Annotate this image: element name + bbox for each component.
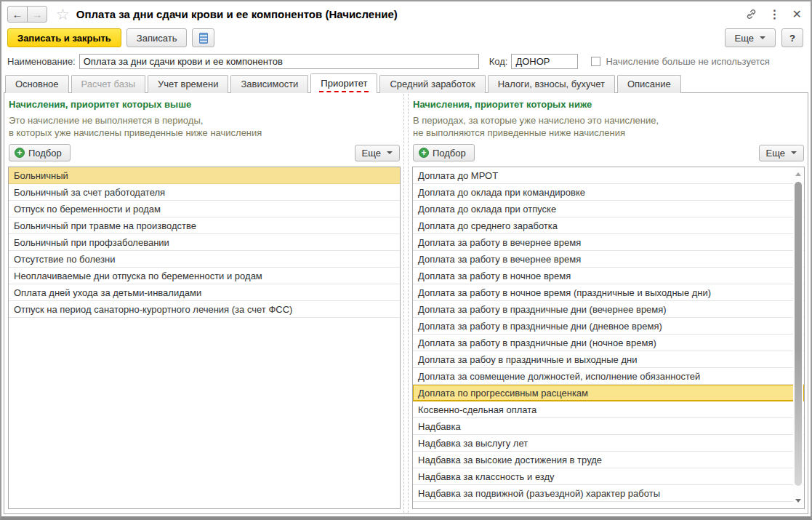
scroll-down-icon[interactable] [795, 499, 801, 503]
vertical-scrollbar[interactable] [793, 168, 803, 508]
list-more-button[interactable]: Еще [355, 145, 400, 161]
list-item[interactable]: Доплата за работу в праздничные дни (дне… [413, 318, 804, 335]
tab-time-tracking[interactable]: Учет времени [148, 75, 228, 93]
list-item-label: Доплата до оклада при командировке [418, 187, 585, 198]
description-line: не выполняются приведенные ниже начислен… [413, 127, 804, 139]
add-plus-icon: + [15, 148, 25, 158]
list-item[interactable]: Отсутствие по болезни [9, 251, 400, 268]
list-item[interactable]: Доплата до оклада при отпуске [413, 201, 804, 217]
list-item-label: Надбавка за высокие достижения в труде [418, 455, 602, 465]
page-title: Оплата за дни сдачи крови и ее компонент… [76, 8, 398, 20]
higher-priority-list[interactable]: БольничныйБольничный за счет работодател… [8, 167, 401, 509]
save-and-close-button[interactable]: Записать и закрыть [7, 28, 121, 47]
list-item[interactable]: Доплата за работу в праздничные дни (ноч… [413, 335, 804, 351]
title-bar: ← → ☆ Оплата за дни сдачи крови и ее ком… [1, 1, 811, 25]
list-item-label: Надбавка за выслугу лет [418, 438, 528, 449]
tab-taxes-accounting[interactable]: Налоги, взносы, бухучет [488, 75, 615, 93]
name-input[interactable] [79, 54, 479, 69]
tab-main[interactable]: Основное [5, 75, 69, 93]
lower-priority-toolbar: + Подбор Еще [413, 144, 804, 161]
list-item-label: Неоплачиваемые дни отпуска по беременнос… [14, 271, 262, 281]
scrollbar-thumb[interactable] [795, 182, 802, 486]
show-in-list-button[interactable] [192, 28, 214, 47]
list-item[interactable]: Доплата до среднего заработка [413, 217, 804, 234]
list-item[interactable]: Доплата за совмещение должностей, исполн… [413, 368, 804, 385]
tab-dependencies[interactable]: Зависимости [230, 75, 308, 93]
list-item[interactable]: Надбавка за высокие достижения в труде [413, 452, 804, 468]
list-item-label: Отпуск по беременности и родам [14, 204, 161, 215]
list-item[interactable]: Надбавка [413, 418, 804, 435]
list-item[interactable]: Надбавка за подвижной (разъездной) харак… [413, 485, 804, 502]
tab-label: Расчет базы [81, 79, 136, 89]
pick-button[interactable]: + Подбор [413, 144, 475, 161]
forward-button[interactable]: → [27, 6, 47, 23]
higher-priority-description: Это начисление не выполняется в периоды,… [9, 114, 400, 139]
list-item[interactable]: Больничный [9, 167, 400, 184]
list-item-label: Доплата за работу в праздничные дни (ноч… [418, 337, 656, 348]
back-arrow-icon: ← [12, 8, 23, 20]
more-menu-icon[interactable]: ⋮ [769, 7, 781, 21]
list-item-label: Больничный при профзаболевании [14, 237, 169, 248]
description-line: в которых уже начислены приведенные ниже… [9, 127, 400, 139]
save-button[interactable]: Записать [126, 28, 188, 47]
list-item[interactable]: Неоплачиваемые дни отпуска по беременнос… [9, 268, 400, 284]
tab-label: Приоритет [321, 78, 367, 89]
list-more-label: Еще [766, 148, 785, 159]
tab-label: Средний заработок [390, 79, 475, 89]
tab-priority[interactable]: Приоритет [310, 73, 377, 93]
panel-splitter[interactable] [403, 94, 409, 513]
favorite-star-icon[interactable]: ☆ [56, 7, 70, 22]
inactive-checkbox[interactable] [591, 57, 600, 66]
help-button[interactable]: ? [781, 28, 803, 47]
list-item[interactable]: Доплата за работу в вечернее время [413, 251, 804, 268]
tab-label: Зависимости [241, 79, 298, 89]
list-item-label: Отсутствие по болезни [14, 254, 115, 265]
list-item-label: Доплата до МРОТ [418, 170, 498, 181]
list-item[interactable]: Косвенно-сдельная оплата [413, 401, 804, 418]
list-item[interactable]: Надбавка за выслугу лет [413, 435, 804, 452]
higher-priority-header: Начисления, приоритет которых выше [9, 99, 400, 110]
header-fields-row: Наименование: Код: Начисление больше не … [1, 49, 811, 73]
scroll-up-icon[interactable] [795, 172, 801, 176]
list-item[interactable]: Больничный при травме на производстве [9, 217, 400, 234]
list-item-label: Доплата за работу в вечернее время [418, 254, 581, 265]
back-button[interactable]: ← [7, 6, 28, 23]
list-item[interactable]: Доплата за работу в праздничные дни (веч… [413, 301, 804, 318]
list-item[interactable]: Больничный при профзаболевании [9, 234, 400, 251]
list-item[interactable]: Доплата за работу в ночное время [413, 268, 804, 284]
lower-priority-list[interactable]: Доплата до МРОТДоплата до оклада при ком… [412, 167, 805, 509]
forward-arrow-icon: → [32, 8, 43, 20]
pick-button[interactable]: + Подбор [9, 144, 71, 161]
tab-label: Описание [627, 79, 671, 89]
list-item-label: Доплата за работу в вечернее время [418, 237, 581, 248]
list-item[interactable]: Доплата до оклада при командировке [413, 184, 804, 201]
inactive-checkbox-label[interactable]: Начисление больше не используется [606, 56, 769, 67]
list-item[interactable]: Доплата по прогрессивным расценкам [413, 385, 804, 401]
list-item[interactable]: Отпуск по беременности и родам [9, 201, 400, 217]
list-item[interactable]: Доплата за работу в вечернее время [413, 234, 804, 251]
list-item[interactable]: Доплата за работу в ночное время (праздн… [413, 284, 804, 301]
list-item[interactable]: Доплата за рабоу в праздничные и выходны… [413, 351, 804, 368]
tab-label: Налоги, взносы, бухучет [498, 79, 605, 89]
tab-description[interactable]: Описание [617, 75, 681, 93]
active-tab-underline [319, 91, 369, 92]
tab-calc-base: Расчет базы [71, 75, 146, 93]
code-label: Код: [489, 56, 508, 67]
more-button[interactable]: Еще [725, 28, 776, 47]
list-item[interactable]: Отпуск на период санаторно-курортного ле… [9, 301, 400, 318]
name-label: Наименование: [7, 56, 76, 67]
code-input[interactable] [511, 54, 578, 69]
list-item[interactable]: Больничный за счет работодателя [9, 184, 400, 201]
dropdown-caret-icon [791, 151, 797, 154]
list-item-label: Косвенно-сдельная оплата [418, 404, 536, 415]
close-icon[interactable]: ✕ [792, 9, 802, 20]
list-item-label: Доплата за работу в ночное время (праздн… [418, 287, 711, 298]
list-item-label: Доплата до среднего заработка [418, 220, 558, 231]
list-item[interactable]: Надбавка за классность и езду [413, 468, 804, 485]
nav-button-group: ← → [7, 6, 47, 23]
list-item[interactable]: Доплата до МРОТ [413, 167, 804, 184]
tab-average-earnings[interactable]: Средний заработок [379, 75, 485, 93]
list-item[interactable]: Оплата дней ухода за детьми-инвалидами [9, 284, 400, 301]
copy-link-icon[interactable] [745, 8, 757, 20]
list-more-button[interactable]: Еще [759, 145, 804, 161]
